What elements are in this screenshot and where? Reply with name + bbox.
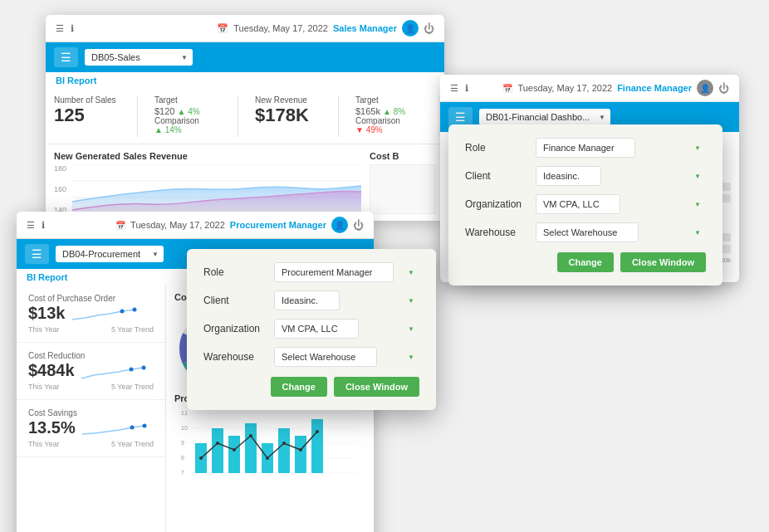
svg-rect-32 — [311, 419, 323, 473]
modal-proc-warehouse-label: Warehouse — [203, 351, 266, 363]
proc-nav-hamburger[interactable]: ☰ — [25, 244, 49, 264]
sales-divider-2 — [238, 95, 238, 137]
proc-trend-1 — [72, 303, 139, 324]
proc-user-icon: 👤 — [335, 221, 345, 230]
finance-calendar-icon: 📅 — [502, 84, 512, 93]
sales-role: Sales Manager — [333, 23, 397, 33]
sales-dashboard-select[interactable]: DB05-Sales — [85, 49, 193, 66]
proc-role: Procurement Manager — [230, 220, 326, 230]
modal-proc-client-select[interactable]: Ideasinc. — [274, 290, 340, 310]
svg-point-5 — [132, 308, 136, 312]
svg-text:8: 8 — [181, 455, 184, 461]
proc-left-stats: Cost of Purchase Order $13k This Year5 Y… — [17, 286, 166, 532]
proc-stat-sub-3: This Year5 Year Trend — [28, 440, 154, 448]
proc-power-icon[interactable]: ⏻ — [353, 219, 364, 232]
modal-finance-org-label: Organization — [465, 198, 527, 210]
modal-finance-buttons: Change Close Window — [465, 252, 706, 272]
modal-proc-change-button[interactable]: Change — [271, 377, 327, 397]
modal-finance-client-wrap: Ideasinc. — [536, 166, 706, 186]
sales-title-bar: ☰ ℹ 📅 Tuesday, May 17, 2022 Sales Manage… — [46, 15, 444, 42]
proc-info-icon[interactable]: ℹ — [42, 220, 45, 231]
svg-point-7 — [141, 366, 145, 370]
sales-title-left: ☰ ℹ — [56, 23, 74, 34]
modal-proc-buttons: Change Close Window — [203, 377, 419, 397]
svg-point-4 — [120, 310, 124, 314]
modal-finance-org-row: Organization VM CPA, LLC — [465, 194, 706, 214]
modal-finance-client-row: Client Ideasinc. — [465, 166, 706, 186]
proc-dropdown-wrap: DB04-Procurement — [56, 246, 164, 262]
modal-procurement: Role Procurement Manager Client Ideasinc… — [187, 249, 436, 410]
finance-date: Tuesday, May 17, 2022 — [517, 83, 612, 93]
info-icon[interactable]: ℹ — [71, 23, 74, 34]
modal-finance-org-wrap: VM CPA, LLC — [536, 194, 706, 214]
modal-proc-client-wrap: Ideasinc. — [274, 290, 419, 310]
sales-stat-revenue: New Revenue $178K — [255, 95, 321, 124]
proc-stat-value-3: 13.5% — [28, 418, 76, 437]
sales-bi-label: BI Report — [56, 76, 97, 85]
finance-user-avatar[interactable]: 👤 — [697, 80, 713, 96]
modal-proc-role-select[interactable]: Procurement Manager — [274, 262, 394, 282]
user-icon: 👤 — [405, 24, 415, 33]
sales-stat-number-value: 125 — [54, 106, 120, 124]
svg-text:10: 10 — [181, 425, 188, 431]
proc-stat-sub-2: This Year5 Year Trend — [28, 383, 154, 391]
finance-hamburger-icon[interactable]: ☰ — [450, 83, 458, 94]
proc-roi-chart: 11 10 9 8 7 — [174, 407, 357, 481]
modal-finance-warehouse-select[interactable]: Select Warehouse — [536, 222, 639, 242]
modal-finance: Role Finance Manager Client Ideasinc. Or… — [448, 124, 722, 286]
finance-info-icon[interactable]: ℹ — [465, 83, 468, 94]
power-icon[interactable]: ⏻ — [424, 22, 434, 35]
modal-finance-warehouse-row: Warehouse Select Warehouse — [465, 222, 706, 242]
modal-proc-warehouse-select[interactable]: Select Warehouse — [274, 347, 377, 367]
svg-point-8 — [130, 426, 134, 430]
modal-finance-role-select[interactable]: Finance Manager — [536, 138, 635, 158]
sales-date: Tuesday, May 17, 2022 — [233, 23, 328, 33]
svg-rect-30 — [278, 428, 290, 473]
window-sales: ☰ ℹ 📅 Tuesday, May 17, 2022 Sales Manage… — [46, 15, 444, 221]
finance-dropdown-wrap: DB01-Financial Dashbo... — [479, 109, 610, 125]
proc-stat-row-2: Cost Reduction $484k This Year5 Year Tre… — [17, 343, 165, 400]
sales-dropdown-wrap: DB05-Sales — [85, 49, 193, 66]
proc-dashboard-select[interactable]: DB04-Procurement — [56, 246, 164, 262]
modal-finance-close-button[interactable]: Close Window — [620, 252, 706, 272]
sales-title-right: 📅 Tuesday, May 17, 2022 Sales Manager 👤 … — [217, 20, 434, 37]
svg-point-40 — [316, 430, 319, 433]
sales-divider-4 — [438, 95, 439, 137]
sales-stat-target2: Target $165k ▲ 8% Comparison ▼ 49% — [355, 95, 422, 134]
finance-title-bar: ☰ ℹ 📅 Tuesday, May 17, 2022 Finance Mana… — [440, 75, 739, 102]
proc-hamburger-icon[interactable]: ☰ — [27, 220, 35, 231]
sales-stats-row: Number of Sales 125 Target $120 ▲ 4% Com… — [46, 89, 444, 144]
finance-role: Finance Manager — [617, 83, 692, 93]
svg-rect-26 — [212, 428, 223, 473]
sales-chart-area: 180160140 — [54, 164, 361, 214]
modal-finance-role-label: Role — [465, 142, 527, 154]
modal-proc-org-row: Organization VM CPA, LLC — [203, 319, 419, 339]
sales-stat-number-label: Number of Sales — [54, 95, 120, 105]
sales-nav-bar: ☰ DB05-Sales — [46, 42, 444, 72]
sales-user-avatar[interactable]: 👤 — [402, 20, 419, 37]
modal-finance-warehouse-label: Warehouse — [465, 227, 527, 238]
modal-finance-client-select[interactable]: Ideasinc. — [536, 166, 601, 186]
modal-finance-client-label: Client — [465, 170, 527, 182]
svg-text:9: 9 — [181, 440, 184, 446]
sales-revenue-label: New Revenue — [255, 95, 321, 105]
proc-user-avatar[interactable]: 👤 — [331, 217, 348, 233]
sales-nav-hamburger[interactable]: ☰ — [54, 47, 78, 67]
proc-stat-row-1: Cost of Purchase Order $13k This Year5 Y… — [17, 286, 165, 343]
proc-stat-row-3: Cost Savings 13.5% This Year5 Year Trend — [17, 400, 165, 457]
modal-proc-org-select[interactable]: VM CPA, LLC — [274, 319, 359, 339]
svg-rect-31 — [295, 436, 306, 473]
proc-title-bar: ☰ ℹ 📅 Tuesday, May 17, 2022 Procurement … — [17, 212, 374, 239]
sales-costb-title: Cost B — [370, 151, 436, 161]
modal-proc-org-wrap: VM CPA, LLC — [274, 319, 419, 339]
proc-stat-value-1: $13k — [28, 304, 66, 323]
finance-power-icon[interactable]: ⏻ — [718, 82, 729, 95]
modal-proc-close-button[interactable]: Close Window — [334, 377, 419, 397]
sales-chart-lines — [72, 164, 361, 214]
hamburger-icon[interactable]: ☰ — [56, 23, 64, 34]
modal-finance-change-button[interactable]: Change — [557, 252, 614, 272]
proc-trend-2 — [81, 360, 148, 381]
finance-dashboard-select[interactable]: DB01-Financial Dashbo... — [479, 109, 610, 125]
sales-divider-1 — [137, 95, 138, 137]
modal-finance-org-select[interactable]: VM CPA, LLC — [536, 194, 620, 214]
